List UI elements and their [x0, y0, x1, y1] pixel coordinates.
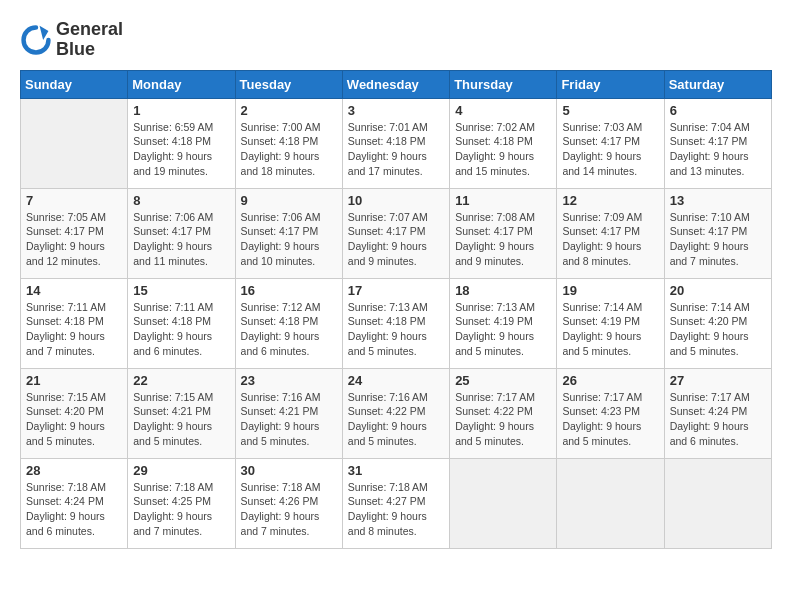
day-number: 30 [241, 463, 337, 478]
day-info: Sunrise: 7:18 AM Sunset: 4:26 PM Dayligh… [241, 480, 337, 539]
calendar-cell: 14Sunrise: 7:11 AM Sunset: 4:18 PM Dayli… [21, 278, 128, 368]
calendar-cell: 26Sunrise: 7:17 AM Sunset: 4:23 PM Dayli… [557, 368, 664, 458]
calendar-cell: 25Sunrise: 7:17 AM Sunset: 4:22 PM Dayli… [450, 368, 557, 458]
day-number: 4 [455, 103, 551, 118]
logo-text-line2: Blue [56, 40, 123, 60]
calendar-cell: 12Sunrise: 7:09 AM Sunset: 4:17 PM Dayli… [557, 188, 664, 278]
day-number: 25 [455, 373, 551, 388]
day-info: Sunrise: 7:06 AM Sunset: 4:17 PM Dayligh… [133, 210, 229, 269]
header-monday: Monday [128, 70, 235, 98]
calendar-cell: 18Sunrise: 7:13 AM Sunset: 4:19 PM Dayli… [450, 278, 557, 368]
day-info: Sunrise: 7:14 AM Sunset: 4:19 PM Dayligh… [562, 300, 658, 359]
calendar-cell: 7Sunrise: 7:05 AM Sunset: 4:17 PM Daylig… [21, 188, 128, 278]
day-number: 16 [241, 283, 337, 298]
day-info: Sunrise: 7:12 AM Sunset: 4:18 PM Dayligh… [241, 300, 337, 359]
calendar-cell: 2Sunrise: 7:00 AM Sunset: 4:18 PM Daylig… [235, 98, 342, 188]
day-number: 15 [133, 283, 229, 298]
day-number: 2 [241, 103, 337, 118]
calendar-cell: 6Sunrise: 7:04 AM Sunset: 4:17 PM Daylig… [664, 98, 771, 188]
logo-icon [20, 24, 52, 56]
day-number: 22 [133, 373, 229, 388]
day-info: Sunrise: 7:18 AM Sunset: 4:24 PM Dayligh… [26, 480, 122, 539]
day-info: Sunrise: 7:15 AM Sunset: 4:20 PM Dayligh… [26, 390, 122, 449]
calendar-cell [21, 98, 128, 188]
calendar-cell: 23Sunrise: 7:16 AM Sunset: 4:21 PM Dayli… [235, 368, 342, 458]
day-number: 26 [562, 373, 658, 388]
day-number: 1 [133, 103, 229, 118]
day-info: Sunrise: 7:18 AM Sunset: 4:27 PM Dayligh… [348, 480, 444, 539]
calendar-cell: 28Sunrise: 7:18 AM Sunset: 4:24 PM Dayli… [21, 458, 128, 548]
calendar-header-row: SundayMondayTuesdayWednesdayThursdayFrid… [21, 70, 772, 98]
day-number: 3 [348, 103, 444, 118]
day-number: 6 [670, 103, 766, 118]
calendar-cell: 17Sunrise: 7:13 AM Sunset: 4:18 PM Dayli… [342, 278, 449, 368]
calendar-cell: 20Sunrise: 7:14 AM Sunset: 4:20 PM Dayli… [664, 278, 771, 368]
day-number: 8 [133, 193, 229, 208]
calendar-cell: 22Sunrise: 7:15 AM Sunset: 4:21 PM Dayli… [128, 368, 235, 458]
header-saturday: Saturday [664, 70, 771, 98]
calendar-cell: 3Sunrise: 7:01 AM Sunset: 4:18 PM Daylig… [342, 98, 449, 188]
calendar-cell: 30Sunrise: 7:18 AM Sunset: 4:26 PM Dayli… [235, 458, 342, 548]
day-info: Sunrise: 7:01 AM Sunset: 4:18 PM Dayligh… [348, 120, 444, 179]
day-number: 9 [241, 193, 337, 208]
calendar-cell: 21Sunrise: 7:15 AM Sunset: 4:20 PM Dayli… [21, 368, 128, 458]
logo-text-line1: General [56, 20, 123, 40]
header-tuesday: Tuesday [235, 70, 342, 98]
day-info: Sunrise: 7:04 AM Sunset: 4:17 PM Dayligh… [670, 120, 766, 179]
week-row-1: 7Sunrise: 7:05 AM Sunset: 4:17 PM Daylig… [21, 188, 772, 278]
day-number: 10 [348, 193, 444, 208]
week-row-2: 14Sunrise: 7:11 AM Sunset: 4:18 PM Dayli… [21, 278, 772, 368]
calendar-cell: 1Sunrise: 6:59 AM Sunset: 4:18 PM Daylig… [128, 98, 235, 188]
day-number: 23 [241, 373, 337, 388]
calendar-cell [450, 458, 557, 548]
day-number: 12 [562, 193, 658, 208]
calendar-cell [557, 458, 664, 548]
week-row-3: 21Sunrise: 7:15 AM Sunset: 4:20 PM Dayli… [21, 368, 772, 458]
header-friday: Friday [557, 70, 664, 98]
calendar-cell: 31Sunrise: 7:18 AM Sunset: 4:27 PM Dayli… [342, 458, 449, 548]
calendar-cell: 15Sunrise: 7:11 AM Sunset: 4:18 PM Dayli… [128, 278, 235, 368]
calendar-cell: 24Sunrise: 7:16 AM Sunset: 4:22 PM Dayli… [342, 368, 449, 458]
day-info: Sunrise: 7:17 AM Sunset: 4:22 PM Dayligh… [455, 390, 551, 449]
day-info: Sunrise: 7:05 AM Sunset: 4:17 PM Dayligh… [26, 210, 122, 269]
header-thursday: Thursday [450, 70, 557, 98]
day-info: Sunrise: 7:11 AM Sunset: 4:18 PM Dayligh… [26, 300, 122, 359]
page-header: General Blue [20, 20, 772, 60]
calendar-cell: 29Sunrise: 7:18 AM Sunset: 4:25 PM Dayli… [128, 458, 235, 548]
day-info: Sunrise: 7:09 AM Sunset: 4:17 PM Dayligh… [562, 210, 658, 269]
day-number: 18 [455, 283, 551, 298]
day-info: Sunrise: 6:59 AM Sunset: 4:18 PM Dayligh… [133, 120, 229, 179]
day-number: 13 [670, 193, 766, 208]
calendar-cell: 16Sunrise: 7:12 AM Sunset: 4:18 PM Dayli… [235, 278, 342, 368]
day-number: 7 [26, 193, 122, 208]
day-info: Sunrise: 7:16 AM Sunset: 4:21 PM Dayligh… [241, 390, 337, 449]
day-info: Sunrise: 7:10 AM Sunset: 4:17 PM Dayligh… [670, 210, 766, 269]
day-info: Sunrise: 7:03 AM Sunset: 4:17 PM Dayligh… [562, 120, 658, 179]
calendar-cell: 13Sunrise: 7:10 AM Sunset: 4:17 PM Dayli… [664, 188, 771, 278]
day-number: 29 [133, 463, 229, 478]
day-info: Sunrise: 7:17 AM Sunset: 4:23 PM Dayligh… [562, 390, 658, 449]
day-number: 21 [26, 373, 122, 388]
calendar-table: SundayMondayTuesdayWednesdayThursdayFrid… [20, 70, 772, 549]
day-number: 19 [562, 283, 658, 298]
calendar-cell: 10Sunrise: 7:07 AM Sunset: 4:17 PM Dayli… [342, 188, 449, 278]
calendar-cell: 19Sunrise: 7:14 AM Sunset: 4:19 PM Dayli… [557, 278, 664, 368]
calendar-cell [664, 458, 771, 548]
week-row-4: 28Sunrise: 7:18 AM Sunset: 4:24 PM Dayli… [21, 458, 772, 548]
calendar-cell: 4Sunrise: 7:02 AM Sunset: 4:18 PM Daylig… [450, 98, 557, 188]
day-info: Sunrise: 7:06 AM Sunset: 4:17 PM Dayligh… [241, 210, 337, 269]
day-info: Sunrise: 7:00 AM Sunset: 4:18 PM Dayligh… [241, 120, 337, 179]
day-info: Sunrise: 7:08 AM Sunset: 4:17 PM Dayligh… [455, 210, 551, 269]
week-row-0: 1Sunrise: 6:59 AM Sunset: 4:18 PM Daylig… [21, 98, 772, 188]
header-sunday: Sunday [21, 70, 128, 98]
day-number: 17 [348, 283, 444, 298]
day-number: 28 [26, 463, 122, 478]
day-info: Sunrise: 7:02 AM Sunset: 4:18 PM Dayligh… [455, 120, 551, 179]
day-number: 24 [348, 373, 444, 388]
calendar-cell: 8Sunrise: 7:06 AM Sunset: 4:17 PM Daylig… [128, 188, 235, 278]
day-number: 14 [26, 283, 122, 298]
day-number: 27 [670, 373, 766, 388]
day-info: Sunrise: 7:18 AM Sunset: 4:25 PM Dayligh… [133, 480, 229, 539]
day-number: 11 [455, 193, 551, 208]
day-number: 20 [670, 283, 766, 298]
